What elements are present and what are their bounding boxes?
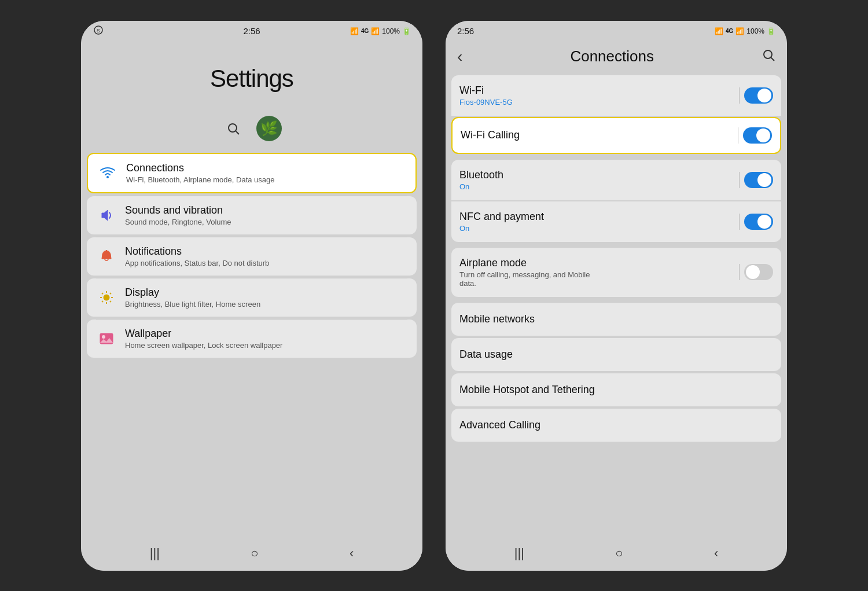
- back-button[interactable]: ‹: [350, 546, 354, 561]
- svg-point-4: [106, 176, 109, 178]
- mobile-networks-item[interactable]: Mobile networks: [451, 303, 781, 336]
- settings-item-connections[interactable]: Connections Wi-Fi, Bluetooth, Airplane m…: [87, 153, 417, 193]
- nfc-item-title: NFC and payment: [459, 211, 544, 223]
- bluetooth-item[interactable]: Bluetooth On: [451, 160, 781, 200]
- right-signal-icon: 📶: [735, 27, 744, 35]
- wifi-toggle[interactable]: [744, 87, 773, 104]
- sounds-text: Sounds and vibration Sound mode, Rington…: [125, 204, 231, 226]
- bluetooth-item-title: Bluetooth: [459, 169, 503, 181]
- bluetooth-item-subtitle: On: [459, 182, 503, 191]
- recent-apps-button[interactable]: |||: [150, 546, 160, 561]
- connections-subtitle: Wi-Fi, Bluetooth, Airplane mode, Data us…: [126, 175, 275, 184]
- bt-toggle-thumb: [757, 173, 771, 187]
- wifi-toggle-thumb: [757, 89, 771, 102]
- settings-title: Settings: [210, 65, 293, 93]
- wifi-calling-item[interactable]: Wi-Fi Calling: [451, 117, 781, 154]
- svg-line-11: [102, 293, 103, 294]
- nfc-toggle[interactable]: [744, 214, 773, 230]
- bluetooth-toggle[interactable]: [744, 172, 773, 188]
- svg-point-16: [102, 335, 105, 339]
- right-status-bar: 2:56 📶 4G 📶 100% 🔋: [446, 21, 787, 42]
- wallpaper-text: Wallpaper Home screen wallpaper, Lock sc…: [125, 328, 282, 350]
- svg-line-13: [110, 293, 111, 294]
- bluetooth-item-right: [739, 172, 773, 188]
- airplane-item-subtitle: Turn off calling, messaging, and Mobile …: [459, 270, 598, 288]
- advanced-calling-item[interactable]: Advanced Calling: [451, 409, 781, 442]
- airplane-divider: [739, 264, 740, 280]
- airplane-toggle[interactable]: [744, 264, 773, 280]
- airplane-item-left: Airplane mode Turn off calling, messagin…: [459, 257, 598, 288]
- home-button[interactable]: ○: [251, 546, 258, 561]
- right-home-button[interactable]: ○: [615, 546, 623, 561]
- wallpaper-icon: [96, 328, 117, 349]
- bixby-icon: S: [93, 25, 104, 35]
- wifi-icon: [100, 167, 116, 179]
- svg-point-2: [229, 124, 237, 132]
- left-bottom-nav: ||| ○ ‹: [81, 536, 422, 571]
- right-wifi-icon: 📶: [715, 27, 723, 35]
- airplane-item-right: [739, 264, 773, 280]
- sounds-icon: [96, 205, 117, 226]
- display-title: Display: [125, 287, 260, 299]
- sounds-title: Sounds and vibration: [125, 204, 231, 216]
- bell-icon: [99, 249, 114, 264]
- wallpaper-title: Wallpaper: [125, 328, 282, 340]
- data-usage-item[interactable]: Data usage: [451, 338, 781, 371]
- svg-line-12: [110, 301, 111, 302]
- connections-text: Connections Wi-Fi, Bluetooth, Airplane m…: [126, 162, 275, 184]
- spacer-1: [451, 155, 781, 160]
- mobile-hotspot-item[interactable]: Mobile Hotspot and Tethering: [451, 373, 781, 406]
- display-icon: [96, 287, 117, 308]
- settings-item-sounds[interactable]: Sounds and vibration Sound mode, Rington…: [87, 196, 417, 234]
- left-status-icons-right: 📶 4G 📶 100% 🔋: [350, 27, 411, 35]
- settings-item-wallpaper[interactable]: Wallpaper Home screen wallpaper, Lock sc…: [87, 320, 417, 358]
- left-status-icons-left: S: [93, 25, 104, 37]
- right-recent-apps-button[interactable]: |||: [514, 546, 524, 561]
- svg-line-14: [102, 301, 103, 302]
- notifications-subtitle: App notifications, Status bar, Do not di…: [125, 259, 269, 267]
- right-battery-text: 100%: [746, 27, 764, 35]
- wifi-item-left: Wi-Fi Fios-09NVE-5G: [459, 85, 513, 107]
- airplane-item[interactable]: Airplane mode Turn off calling, messagin…: [451, 248, 781, 297]
- left-phone: 2:56 S 📶 4G 📶 100% 🔋 Settings: [81, 21, 422, 571]
- signal-icon: 📶: [371, 27, 380, 35]
- wifi-item-right: [739, 87, 773, 104]
- right-back-button[interactable]: ‹: [714, 546, 718, 561]
- speaker-icon: [99, 208, 114, 223]
- connections-page-title: Connections: [570, 47, 654, 65]
- search-profile-row: 🌿: [81, 110, 422, 153]
- spacer-2: [451, 243, 781, 248]
- display-subtitle: Brightness, Blue light filter, Home scre…: [125, 300, 260, 309]
- profile-icon[interactable]: 🌿: [256, 116, 282, 141]
- wifi-calling-toggle-thumb: [756, 129, 770, 142]
- wallpaper-subtitle: Home screen wallpaper, Lock screen wallp…: [125, 341, 282, 350]
- wifi-divider: [739, 87, 740, 104]
- fern-icon: 🌿: [260, 120, 278, 137]
- right-phone: 2:56 📶 4G 📶 100% 🔋 ‹ Connections: [446, 21, 787, 571]
- connections-header: ‹ Connections: [446, 42, 787, 72]
- lte-icon: 4G: [361, 28, 369, 34]
- connections-list: Wi-Fi Fios-09NVE-5G Wi-Fi Calling: [446, 72, 787, 536]
- settings-item-notifications[interactable]: Notifications App notifications, Status …: [87, 237, 417, 276]
- airplane-item-title: Airplane mode: [459, 257, 598, 269]
- left-status-bar: 2:56 S 📶 4G 📶 100% 🔋: [81, 21, 422, 42]
- wifi-status-icon: 📶: [350, 27, 359, 35]
- svg-point-17: [764, 50, 772, 58]
- notifications-icon: [96, 246, 117, 267]
- connections-title: Connections: [126, 162, 275, 174]
- wifi-item[interactable]: Wi-Fi Fios-09NVE-5G: [451, 75, 781, 116]
- wifi-calling-toggle[interactable]: [743, 127, 772, 144]
- nfc-item-right: [739, 214, 773, 230]
- spacer-3: [451, 298, 781, 303]
- connections-search-button[interactable]: [762, 48, 775, 65]
- settings-item-display[interactable]: Display Brightness, Blue light filter, H…: [87, 278, 417, 317]
- notifications-title: Notifications: [125, 245, 269, 258]
- sounds-subtitle: Sound mode, Ringtone, Volume: [125, 218, 231, 226]
- advanced-calling-title: Advanced Calling: [459, 419, 540, 431]
- right-battery-icon: 🔋: [767, 27, 775, 35]
- back-nav-button[interactable]: ‹: [457, 47, 462, 66]
- nfc-item[interactable]: NFC and payment On: [451, 201, 781, 242]
- search-button[interactable]: [222, 117, 245, 140]
- mobile-networks-title: Mobile networks: [459, 313, 535, 325]
- wifi-item-subtitle: Fios-09NVE-5G: [459, 98, 513, 107]
